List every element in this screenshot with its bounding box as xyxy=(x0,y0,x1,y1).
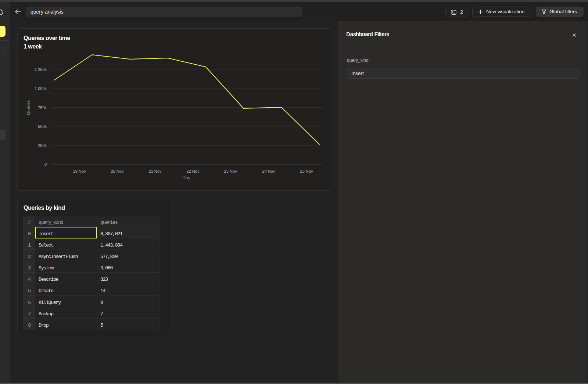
svg-text:22 Nov: 22 Nov xyxy=(187,169,200,173)
svg-text:1 000k: 1 000k xyxy=(35,86,47,91)
svg-text:19 Nov: 19 Nov xyxy=(73,169,86,173)
svg-text:25 Nov: 25 Nov xyxy=(300,169,313,173)
svg-text:Day: Day xyxy=(182,175,191,180)
svg-text:21 Nov: 21 Nov xyxy=(149,169,162,173)
svg-text:23 Nov: 23 Nov xyxy=(224,169,237,173)
svg-text:500k: 500k xyxy=(38,124,47,129)
svg-text:750k: 750k xyxy=(38,105,47,110)
svg-text:1 250k: 1 250k xyxy=(35,67,47,72)
svg-text:0: 0 xyxy=(44,162,47,166)
svg-text:20 Nov: 20 Nov xyxy=(111,169,124,173)
svg-text:250k: 250k xyxy=(38,143,47,148)
svg-text:Queries: Queries xyxy=(26,100,31,115)
svg-text:24 Nov: 24 Nov xyxy=(262,169,275,173)
